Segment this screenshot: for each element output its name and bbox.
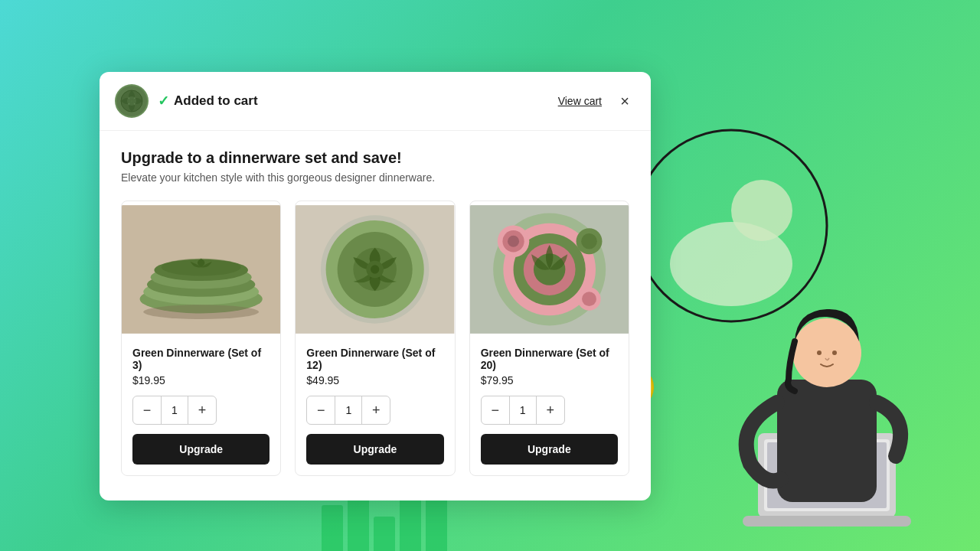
- product-info-1: Green Dinnerware (Set of 3) $19.95 − 1 +…: [122, 337, 280, 475]
- svg-rect-15: [777, 380, 877, 502]
- qty-decrease-1[interactable]: −: [133, 396, 161, 424]
- svg-point-18: [832, 350, 837, 355]
- product-card-1: Green Dinnerware (Set of 3) $19.95 − 1 +…: [121, 201, 281, 476]
- bar-1: [322, 505, 343, 551]
- qty-decrease-2[interactable]: −: [307, 396, 335, 424]
- check-icon: ✓: [158, 93, 169, 109]
- product-image-2: [296, 201, 454, 337]
- header-right: View cart ×: [558, 90, 635, 112]
- svg-point-45: [508, 236, 519, 247]
- product-name-1: Green Dinnerware (Set of 3): [132, 347, 270, 371]
- bar-3: [374, 517, 395, 551]
- quantity-row-3: − 1 +: [481, 396, 565, 425]
- added-to-cart-text: Added to cart: [174, 93, 258, 109]
- product-price-2: $49.95: [306, 374, 443, 386]
- qty-increase-3[interactable]: +: [537, 396, 564, 424]
- product-price-1: $19.95: [132, 374, 270, 386]
- product-thumbnail: [115, 84, 149, 118]
- products-grid: Green Dinnerware (Set of 3) $19.95 − 1 +…: [121, 201, 629, 476]
- upgrade-button-1[interactable]: Upgrade: [132, 434, 270, 465]
- person-illustration: [712, 227, 957, 551]
- product-card-2: Green Dinnerware (Set of 12) $49.95 − 1 …: [295, 201, 455, 476]
- quantity-row-1: − 1 +: [132, 396, 217, 425]
- modal-body: Upgrade to a dinnerware set and save! El…: [100, 131, 651, 476]
- product-image-3: [470, 201, 629, 337]
- svg-point-17: [817, 350, 822, 355]
- product-price-3: $79.95: [481, 374, 618, 386]
- upsell-title: Upgrade to a dinnerware set and save!: [121, 149, 629, 167]
- upsell-subtitle: Elevate your kitchen style with this gor…: [121, 171, 629, 184]
- product-image-1: [122, 201, 280, 337]
- qty-decrease-3[interactable]: −: [482, 396, 509, 424]
- svg-point-29: [143, 305, 259, 319]
- header-left: ✓ Added to cart: [115, 84, 258, 118]
- quantity-row-2: − 1 +: [306, 396, 390, 425]
- svg-point-36: [371, 265, 379, 273]
- qty-value-3: 1: [509, 396, 537, 424]
- product-name-3: Green Dinnerware (Set of 20): [481, 347, 618, 371]
- qty-increase-2[interactable]: +: [362, 396, 390, 424]
- product-name-2: Green Dinnerware (Set of 12): [306, 347, 443, 371]
- upgrade-button-2[interactable]: Upgrade: [306, 434, 443, 465]
- qty-value-2: 1: [335, 396, 362, 424]
- product-info-2: Green Dinnerware (Set of 12) $49.95 − 1 …: [296, 337, 454, 475]
- product-card-3: Green Dinnerware (Set of 20) $79.95 − 1 …: [469, 201, 629, 476]
- modal-container: ✓ Added to cart View cart × Upgrade to a…: [100, 72, 651, 500]
- upgrade-button-3[interactable]: Upgrade: [481, 434, 618, 465]
- view-cart-button[interactable]: View cart: [558, 95, 602, 107]
- close-button[interactable]: ×: [614, 90, 635, 112]
- added-to-cart-label: ✓ Added to cart: [158, 93, 258, 109]
- svg-point-47: [581, 233, 597, 249]
- svg-point-16: [792, 318, 861, 387]
- modal-header: ✓ Added to cart View cart ×: [100, 72, 651, 131]
- product-info-3: Green Dinnerware (Set of 20) $79.95 − 1 …: [470, 337, 629, 475]
- qty-value-1: 1: [161, 396, 188, 424]
- svg-rect-14: [743, 516, 911, 527]
- qty-increase-1[interactable]: +: [188, 396, 216, 424]
- svg-point-49: [582, 292, 596, 306]
